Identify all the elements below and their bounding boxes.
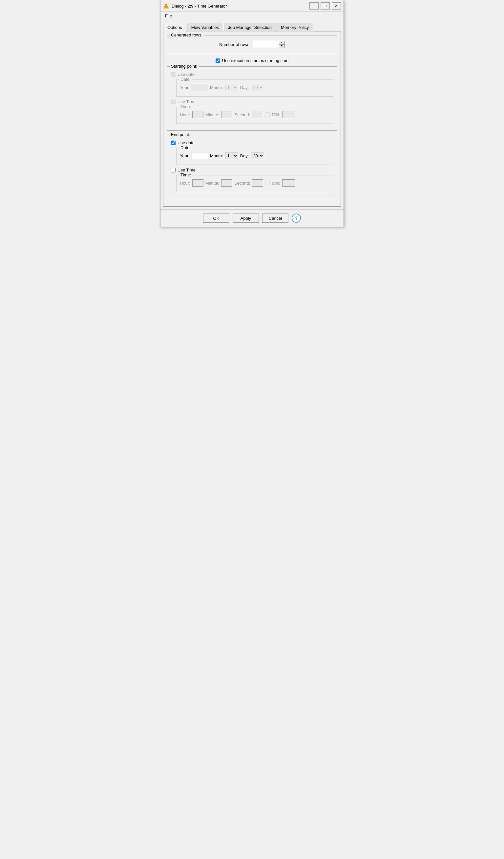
end-day-label: Day:	[240, 153, 249, 158]
execution-time-label: Use execution time as starting time	[222, 58, 288, 63]
start-use-date-label: Use date	[177, 72, 194, 77]
num-rows-spinbox: 1 ▲ ▼	[253, 41, 285, 48]
file-menu[interactable]: File	[163, 13, 174, 19]
start-time-group: Time: Hour: 16 Minute: 16 Second: 52 Mil…	[176, 107, 333, 124]
start-milli-label: Milli:	[272, 112, 280, 117]
apply-button[interactable]: Apply	[233, 213, 259, 223]
start-year-input[interactable]: 2015	[192, 84, 208, 91]
end-time-group-title: Time:	[179, 172, 192, 177]
title-bar: ! Dialog - 2:9 - Time Generator − □ ✕	[160, 0, 344, 12]
end-minute-input[interactable]: 16	[221, 179, 232, 186]
execution-time-row: Use execution time as starting time	[167, 58, 337, 63]
start-milli-input[interactable]: 0	[282, 111, 295, 118]
start-month-select[interactable]: 1	[225, 84, 238, 91]
end-use-date-label: Use date	[177, 140, 194, 145]
num-rows-label: Number of rows:	[219, 42, 250, 47]
start-hour-input[interactable]: 16	[192, 111, 203, 118]
end-use-time-checkbox[interactable]	[171, 168, 175, 172]
spin-down-button[interactable]: ▼	[279, 44, 284, 48]
start-use-time-label: Use Time	[177, 99, 195, 104]
minimize-button[interactable]: −	[310, 2, 319, 10]
start-hour-label: Hour:	[180, 112, 190, 117]
tab-bar: Options Flow Variables Job Manager Selec…	[163, 22, 341, 32]
start-second-label: Second:	[234, 112, 250, 117]
generated-rows-group: Generated rows: Number of rows: 1 ▲ ▼	[167, 35, 337, 54]
window-controls: − □ ✕	[310, 2, 341, 10]
footer: OK Apply Cancel ?	[160, 209, 344, 227]
start-time-group-title: Time:	[179, 104, 192, 109]
generated-rows-title: Generated rows:	[170, 32, 204, 37]
start-year-label: Year:	[180, 85, 190, 90]
end-second-input[interactable]: 52	[252, 179, 263, 186]
starting-point-group: Starting point: Use date Date: Year: 201…	[167, 66, 337, 131]
tab-job-manager[interactable]: Job Manager Selection	[224, 23, 276, 32]
start-day-select[interactable]: 20	[251, 84, 264, 91]
end-milli-checkbox[interactable]	[265, 181, 270, 185]
end-milli-label: Milli:	[272, 181, 280, 185]
starting-point-title: Starting point:	[170, 64, 199, 69]
end-second-label: Second:	[234, 181, 250, 185]
end-time-group: Time: Hour: 16 Minute: 16 Second: 52 Mil…	[176, 175, 333, 192]
num-rows-input[interactable]: 1	[253, 41, 279, 48]
tab-memory-policy[interactable]: Memory Policy	[277, 23, 313, 32]
svg-text:!: !	[166, 5, 167, 9]
end-minute-label: Minute:	[205, 181, 220, 185]
start-date-group: Date: Year: 2015 Month: 1 Day: 20	[176, 79, 333, 96]
end-use-date-checkbox[interactable]	[171, 140, 175, 145]
start-use-date-row: Use date	[171, 72, 333, 77]
end-date-group: Date: Year: 2016 Month: 1 Day: 20	[176, 148, 333, 165]
start-second-input[interactable]: 52	[252, 111, 263, 118]
start-milli-checkbox[interactable]	[265, 112, 270, 117]
cancel-button[interactable]: Cancel	[262, 213, 288, 223]
tab-options[interactable]: Options	[163, 23, 186, 32]
start-use-time-row: Use Time	[171, 99, 333, 104]
spin-buttons: ▲ ▼	[279, 41, 285, 48]
start-minute-label: Minute:	[205, 112, 220, 117]
app-icon: !	[163, 3, 169, 9]
start-minute-input[interactable]: 16	[221, 111, 232, 118]
help-button[interactable]: ?	[292, 213, 301, 223]
menu-bar: File	[160, 12, 344, 20]
start-use-time-checkbox[interactable]	[171, 100, 175, 104]
close-button[interactable]: ✕	[332, 2, 341, 10]
end-use-time-row: Use Time	[171, 167, 333, 172]
end-use-date-row: Use date	[171, 140, 333, 145]
end-year-input[interactable]: 2016	[192, 152, 208, 159]
end-year-label: Year:	[180, 153, 190, 158]
end-point-title: End point:	[170, 132, 192, 137]
ok-button[interactable]: OK	[203, 213, 230, 223]
main-window: ! Dialog - 2:9 - Time Generator − □ ✕ Fi…	[160, 0, 344, 227]
start-day-label: Day:	[240, 85, 249, 90]
start-month-label: Month:	[210, 85, 223, 90]
end-month-select[interactable]: 1	[225, 152, 238, 159]
end-use-time-label: Use Time	[177, 167, 195, 172]
end-hour-label: Hour:	[180, 181, 190, 185]
end-hour-input[interactable]: 16	[192, 179, 203, 186]
spin-up-button[interactable]: ▲	[279, 41, 284, 44]
end-day-select[interactable]: 20	[251, 152, 264, 159]
tab-flow-variables[interactable]: Flow Variables	[187, 23, 223, 32]
maximize-button[interactable]: □	[320, 2, 330, 10]
end-milli-input[interactable]: 0	[282, 179, 295, 186]
end-point-group: End point: Use date Date: Year: 2016 Mon…	[167, 135, 337, 199]
start-date-group-title: Date:	[179, 77, 192, 82]
window-title: Dialog - 2:9 - Time Generator	[172, 4, 307, 9]
end-month-label: Month:	[210, 153, 223, 158]
execution-time-checkbox[interactable]	[216, 59, 220, 63]
end-date-group-title: Date:	[179, 145, 192, 150]
content-area: Options Flow Variables Job Manager Selec…	[160, 20, 344, 209]
tab-content-options: Generated rows: Number of rows: 1 ▲ ▼ Us…	[163, 32, 341, 207]
start-use-date-checkbox[interactable]	[171, 72, 175, 77]
